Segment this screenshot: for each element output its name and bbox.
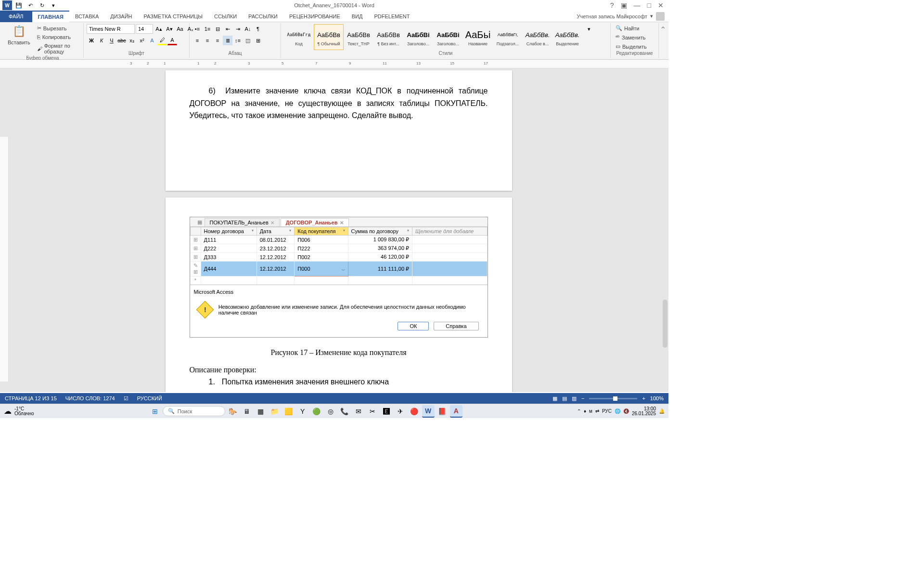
zoom-level[interactable]: 100% <box>650 395 664 401</box>
style-item[interactable]: АаБбВв.Выделение <box>552 24 582 50</box>
tab-pdf[interactable]: PDFelement <box>368 11 415 22</box>
font-family-select[interactable]: Times New R <box>87 24 135 34</box>
view-read-icon[interactable]: ▤ <box>562 395 567 402</box>
align-right-icon[interactable]: ≡ <box>213 36 222 45</box>
italic-button[interactable]: К <box>97 36 106 45</box>
horizontal-ruler[interactable]: 3 2 1 1 2 3 5 7 9 11 13 15 17 <box>0 60 668 68</box>
language[interactable]: РУССКИЙ <box>137 395 162 401</box>
task-icon[interactable]: 🖥 <box>241 405 253 418</box>
tab-file[interactable]: ФАЙЛ <box>0 11 32 22</box>
select-button[interactable]: ▭ Выделить <box>614 42 649 51</box>
tab-design[interactable]: ДИЗАЙН <box>104 11 138 22</box>
style-item[interactable]: АаБбВв¶ Без инт... <box>373 24 403 50</box>
word-task-icon[interactable]: W <box>422 405 435 418</box>
styles-more-icon[interactable]: ▾ <box>584 24 594 34</box>
change-case-icon[interactable]: Aa <box>175 24 185 34</box>
weather-widget[interactable]: ☁ -1°CОблачно <box>4 407 34 416</box>
tray-icon[interactable]: ♦ <box>584 408 586 414</box>
tray-icon[interactable]: ⇄ <box>595 408 599 414</box>
view-web-icon[interactable]: ▥ <box>572 395 577 402</box>
paste-button[interactable]: 📋 Вставить <box>5 24 33 46</box>
task-icon[interactable]: 🅴 <box>380 405 393 418</box>
subscript-button[interactable]: x₂ <box>127 36 137 45</box>
undo-icon[interactable]: ↶ <box>25 0 36 11</box>
zoom-in-icon[interactable]: + <box>642 395 645 401</box>
access-task-icon[interactable]: A <box>450 405 462 418</box>
zoom-out-icon[interactable]: − <box>581 395 584 401</box>
task-icon[interactable]: 📁 <box>269 405 281 418</box>
clock[interactable]: 13:0026.01.2025 <box>632 407 656 416</box>
replace-button[interactable]: ᵃᵇ Заменить <box>614 33 647 41</box>
task-icon[interactable]: ✂ <box>366 405 379 418</box>
style-item[interactable]: АаБбВіЗаголово... <box>403 24 433 50</box>
cut-button[interactable]: ✂ Вырезать <box>35 24 80 32</box>
align-left-icon[interactable]: ≡ <box>192 36 202 45</box>
volume-icon[interactable]: 🔇 <box>623 408 629 414</box>
borders-icon[interactable]: ⊞ <box>253 36 263 45</box>
start-icon[interactable]: ⊞ <box>149 405 161 418</box>
superscript-button[interactable]: x² <box>137 36 147 45</box>
font-size-select[interactable]: 14 <box>136 24 153 34</box>
task-icon[interactable]: 🟢 <box>310 405 323 418</box>
align-justify-icon[interactable]: ≣ <box>223 36 232 45</box>
task-icon[interactable]: 🟨 <box>282 405 295 418</box>
format-painter-button[interactable]: 🖌 Формат по образцу <box>35 42 80 55</box>
zoom-slider[interactable] <box>589 398 637 399</box>
tab-home[interactable]: ГЛАВНАЯ <box>32 11 69 22</box>
tab-mailings[interactable]: РАССЫЛКИ <box>243 11 283 22</box>
redo-icon[interactable]: ↻ <box>37 0 47 11</box>
style-item[interactable]: АаБбВіЗаголово... <box>433 24 463 50</box>
multilevel-icon[interactable]: ⊟ <box>213 24 222 34</box>
page-count[interactable]: СТРАНИЦА 12 ИЗ 15 <box>5 395 57 401</box>
task-icon[interactable]: 📕 <box>436 405 449 418</box>
tray-chevron-icon[interactable]: ⌃ <box>577 408 581 414</box>
word-count[interactable]: ЧИСЛО СЛОВ: 1274 <box>65 395 115 401</box>
tray-icon[interactable]: м <box>589 408 592 414</box>
tab-insert[interactable]: ВСТАВКА <box>69 11 104 22</box>
style-item[interactable]: АаБбВвГгдКод <box>284 24 314 50</box>
shading-icon[interactable]: ◫ <box>243 36 253 45</box>
task-icon[interactable]: 🔴 <box>408 405 421 418</box>
style-item[interactable]: АаБбВв.Слабое в... <box>523 24 552 50</box>
sort-icon[interactable]: A↓ <box>243 24 253 34</box>
qat-customize-icon[interactable]: ▾ <box>48 0 59 11</box>
task-icon[interactable]: ▦ <box>255 405 267 418</box>
tab-references[interactable]: ССЫЛКИ <box>208 11 243 22</box>
task-icon[interactable]: 📞 <box>338 405 351 418</box>
task-icon[interactable]: Y <box>296 405 309 418</box>
account-link[interactable]: Учетная запись Майкрософт▾ <box>577 12 668 21</box>
highlight-icon[interactable]: 🖊 <box>157 36 167 45</box>
collapse-ribbon-icon[interactable]: ⌃ <box>660 25 666 34</box>
word-app-icon[interactable]: W <box>2 0 13 11</box>
bullets-icon[interactable]: •≡ <box>192 24 202 34</box>
line-spacing-icon[interactable]: ↕≡ <box>233 36 243 45</box>
maximize-icon[interactable]: □ <box>647 1 651 9</box>
task-icon[interactable]: ◎ <box>324 405 337 418</box>
grow-font-icon[interactable]: A▴ <box>154 24 164 34</box>
show-marks-icon[interactable]: ¶ <box>253 24 263 34</box>
task-icon[interactable]: 🐎 <box>227 405 239 418</box>
numbering-icon[interactable]: 1≡ <box>203 24 212 34</box>
style-item[interactable]: АаБбВв¶ Обычный <box>314 24 344 50</box>
indent-dec-icon[interactable]: ⇤ <box>223 24 232 34</box>
ribbon-options-icon[interactable]: ▣ <box>621 1 627 9</box>
figure-caption[interactable]: Рисунок 17 – Изменение кода покупателя <box>190 346 488 359</box>
view-print-icon[interactable]: ▦ <box>552 395 557 402</box>
style-item[interactable]: АаБбВвГг,Подзагол... <box>493 24 523 50</box>
style-item[interactable]: АаБбВвТекст_ТНР <box>344 24 373 50</box>
body-text[interactable]: Описание проверки: <box>190 364 488 376</box>
shrink-font-icon[interactable]: A▾ <box>165 24 174 34</box>
tab-layout[interactable]: РАЗМЕТКА СТРАНИЦЫ <box>138 11 208 22</box>
tray-lang[interactable]: РУС <box>602 408 612 414</box>
strike-button[interactable]: abc <box>117 36 127 45</box>
minimize-icon[interactable]: — <box>634 1 641 9</box>
indent-inc-icon[interactable]: ⇥ <box>233 24 243 34</box>
tab-review[interactable]: РЕЦЕНЗИРОВАНИЕ <box>283 11 346 22</box>
search-input[interactable]: 🔍 Поиск <box>163 406 225 416</box>
scrollbar-thumb[interactable] <box>663 300 667 348</box>
underline-button[interactable]: Ч <box>107 36 116 45</box>
style-item[interactable]: АаБьіНазвание <box>463 24 493 50</box>
notifications-icon[interactable]: 🔔 <box>659 408 665 414</box>
body-text[interactable]: 1. Попытка изменения значения внешнего к… <box>190 376 488 388</box>
close-icon[interactable]: ✕ <box>658 1 664 9</box>
